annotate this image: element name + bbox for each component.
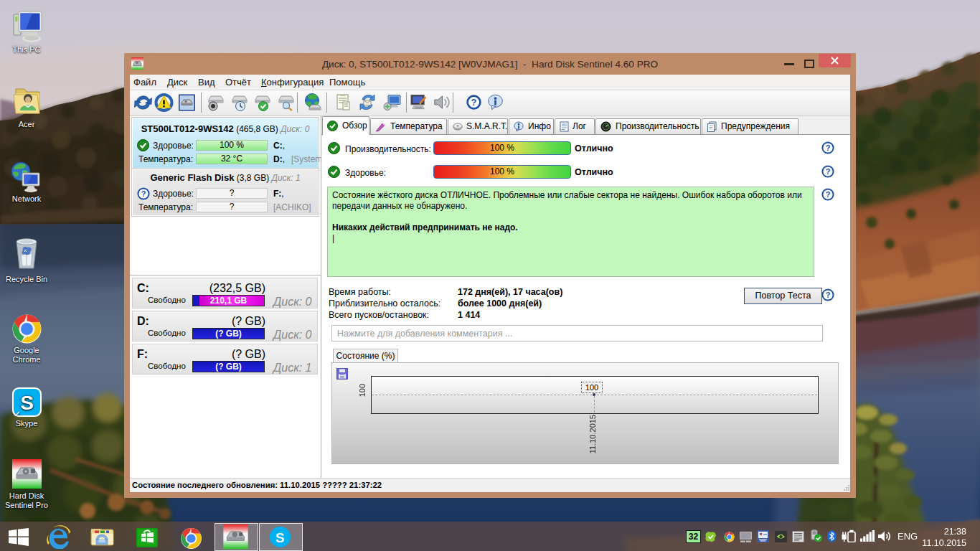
svg-text:?: ? [471,97,477,108]
svg-text:S: S [275,530,285,545]
svg-text:S: S [20,392,34,414]
svg-text:?: ? [826,167,831,176]
svg-text:?: ? [826,190,831,199]
svg-text:?: ? [141,189,146,198]
svg-text:?: ? [826,291,831,299]
svg-text:?: ? [826,143,831,152]
